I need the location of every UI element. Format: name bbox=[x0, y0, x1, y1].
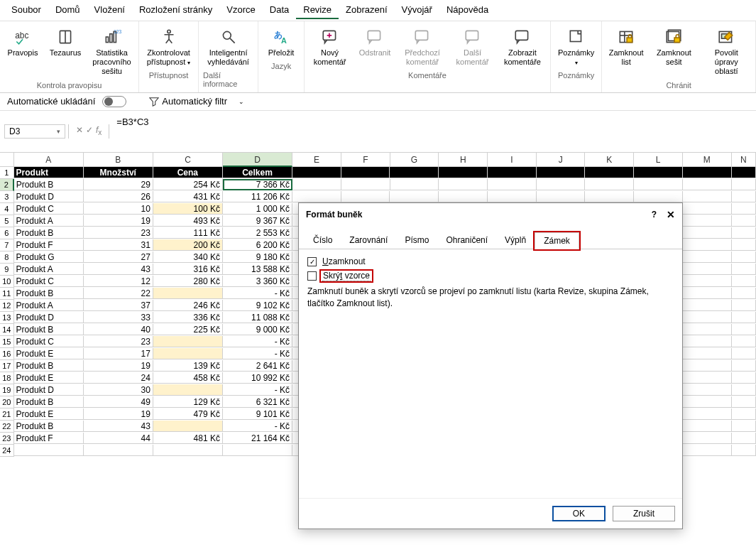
cell[interactable] bbox=[585, 179, 634, 190]
row-header[interactable]: 2 bbox=[0, 179, 14, 191]
cell[interactable]: 458 Kč bbox=[153, 372, 223, 384]
cell[interactable] bbox=[683, 360, 732, 372]
cell[interactable] bbox=[683, 312, 732, 323]
column-header-H[interactable]: H bbox=[439, 153, 488, 167]
cell[interactable]: 336 Kč bbox=[153, 312, 223, 323]
cell-J1[interactable] bbox=[537, 167, 586, 178]
cell[interactable] bbox=[683, 408, 732, 420]
row-header[interactable]: 22 bbox=[0, 421, 14, 433]
cell[interactable] bbox=[153, 336, 223, 347]
row-header[interactable]: 18 bbox=[0, 372, 14, 384]
cell[interactable] bbox=[223, 445, 292, 456]
cell-F1[interactable] bbox=[341, 167, 390, 178]
row-header[interactable]: 10 bbox=[0, 276, 14, 288]
cell-L1[interactable] bbox=[634, 167, 683, 178]
ribbon-btn-zamknout-sešit[interactable]: Zamknout sešit bbox=[652, 24, 696, 70]
cell[interactable]: 19 bbox=[84, 408, 153, 420]
cell[interactable]: Produkt A bbox=[14, 264, 84, 275]
cell[interactable] bbox=[683, 300, 732, 311]
ribbon-btn-inteligentní-vyhledávání[interactable]: Inteligentní vyhledávání bbox=[203, 24, 253, 70]
cell[interactable] bbox=[732, 360, 756, 372]
cell[interactable] bbox=[732, 264, 756, 275]
name-box[interactable]: D3 ▾ bbox=[4, 124, 65, 139]
ribbon-btn-statistika-pracovního-sešitu[interactable]: 123Statistika pracovního sešitu bbox=[89, 24, 134, 80]
cell[interactable]: 12 bbox=[84, 276, 153, 287]
cell-M1[interactable] bbox=[683, 167, 732, 178]
cell[interactable]: Produkt D bbox=[14, 384, 84, 396]
row-header[interactable]: 9 bbox=[0, 264, 14, 276]
cell[interactable] bbox=[732, 288, 756, 299]
cell-B1[interactable]: Množství bbox=[84, 167, 153, 178]
cell[interactable]: 340 Kč bbox=[153, 251, 223, 263]
close-button[interactable]: ✕ bbox=[667, 209, 675, 220]
cell-H1[interactable] bbox=[439, 167, 488, 178]
cell[interactable]: 481 Kč bbox=[153, 433, 223, 444]
cell[interactable] bbox=[732, 372, 756, 384]
cancel-formula-icon[interactable]: ✕ bbox=[76, 125, 83, 136]
row-header[interactable]: 6 bbox=[0, 227, 14, 239]
cell[interactable]: 49 bbox=[84, 396, 153, 408]
cell[interactable]: 24 bbox=[84, 372, 153, 384]
cell[interactable] bbox=[732, 324, 756, 335]
row-header[interactable]: 21 bbox=[0, 408, 14, 421]
column-header-B[interactable]: B bbox=[84, 153, 153, 167]
column-header-F[interactable]: F bbox=[341, 153, 390, 167]
cell[interactable] bbox=[683, 215, 732, 227]
column-header-J[interactable]: J bbox=[537, 153, 586, 167]
cell[interactable]: 10 992 Kč bbox=[223, 372, 292, 384]
cell[interactable] bbox=[732, 276, 756, 287]
cell[interactable] bbox=[732, 433, 756, 444]
cell-I1[interactable] bbox=[488, 167, 537, 178]
ribbon-btn-zamknout-list[interactable]: Zamknout list bbox=[606, 24, 646, 70]
column-header-K[interactable]: K bbox=[585, 153, 634, 167]
column-header-M[interactable]: M bbox=[683, 153, 732, 167]
cell[interactable] bbox=[683, 179, 732, 190]
cell-N1[interactable] bbox=[732, 167, 756, 178]
row-header[interactable]: 8 bbox=[0, 251, 14, 264]
cell[interactable] bbox=[732, 408, 756, 420]
cell[interactable]: Produkt B bbox=[14, 179, 84, 190]
ribbon-btn-pravopis[interactable]: abcPravopis bbox=[4, 24, 41, 60]
cell[interactable] bbox=[683, 276, 732, 287]
cell[interactable] bbox=[683, 264, 732, 275]
menu-vložení[interactable]: Vložení bbox=[87, 1, 132, 19]
menu-zobrazení[interactable]: Zobrazení bbox=[339, 1, 395, 19]
formula-input[interactable]: =B3*C3 bbox=[112, 114, 752, 149]
ribbon-btn-zkontrolovat-přístupnost[interactable]: Zkontrolovat přístupnost ▾ bbox=[143, 24, 194, 70]
cell[interactable] bbox=[732, 336, 756, 347]
cancel-button[interactable]: Zrušit bbox=[613, 506, 675, 521]
fx-icon[interactable]: fx bbox=[96, 125, 102, 136]
cell[interactable]: 225 Kč bbox=[153, 324, 223, 335]
dialog-tab-ohraničení[interactable]: Ohraničení bbox=[437, 232, 496, 249]
cell[interactable]: 254 Kč bbox=[153, 179, 223, 190]
cell[interactable] bbox=[683, 227, 732, 239]
cell[interactable]: 44 bbox=[84, 433, 153, 444]
cell[interactable]: Produkt A bbox=[14, 300, 84, 311]
cell[interactable] bbox=[683, 421, 732, 432]
cell[interactable]: Produkt C bbox=[14, 203, 84, 215]
column-header-N[interactable]: N bbox=[732, 153, 756, 167]
cell[interactable]: Produkt B bbox=[14, 288, 84, 299]
cell[interactable]: - Kč bbox=[223, 384, 292, 396]
cell[interactable]: Produkt D bbox=[14, 191, 84, 202]
cell[interactable]: Produkt B bbox=[14, 324, 84, 335]
cell[interactable]: Produkt F bbox=[14, 433, 84, 444]
cell[interactable]: 280 Kč bbox=[153, 276, 223, 287]
ribbon-btn-nový-komentář[interactable]: Nový komentář bbox=[309, 24, 351, 70]
cell[interactable]: 30 bbox=[84, 384, 153, 396]
cell[interactable]: Produkt F bbox=[14, 239, 84, 251]
help-button[interactable]: ? bbox=[652, 210, 657, 220]
cell[interactable] bbox=[683, 203, 732, 215]
cell[interactable]: 9 367 Kč bbox=[223, 215, 292, 227]
cell[interactable] bbox=[732, 215, 756, 227]
cell-D1[interactable]: Celkem bbox=[223, 167, 292, 178]
cell[interactable] bbox=[341, 191, 390, 202]
ribbon-btn-poznámky[interactable]: Poznámky ▾ bbox=[555, 24, 597, 70]
cell[interactable]: 139 Kč bbox=[153, 360, 223, 372]
cell[interactable]: 22 bbox=[84, 288, 153, 299]
cell[interactable] bbox=[732, 445, 756, 456]
cell[interactable] bbox=[390, 191, 439, 202]
cell[interactable] bbox=[439, 179, 488, 190]
ribbon-btn-tezaurus[interactable]: Tezaurus bbox=[47, 24, 84, 60]
cell[interactable]: 19 bbox=[84, 215, 153, 227]
